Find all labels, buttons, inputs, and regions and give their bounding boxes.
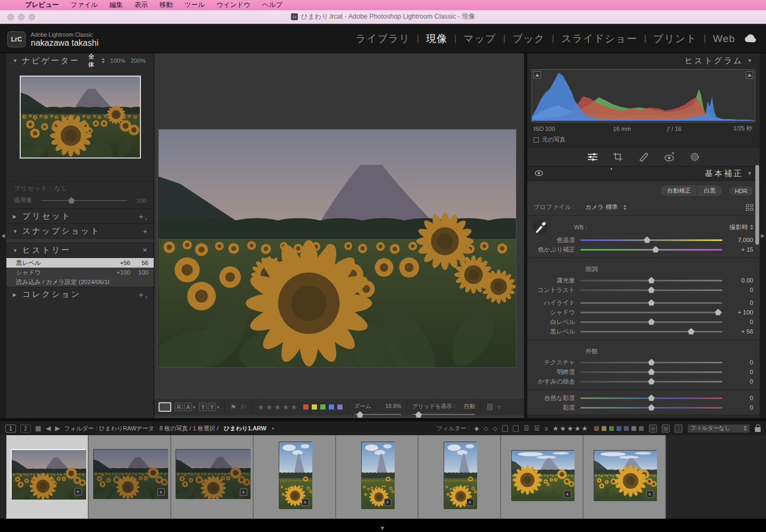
color-filter-5[interactable] (631, 426, 637, 431)
thumb-image[interactable]: ± (594, 450, 656, 501)
wb-eyedropper-icon[interactable] (532, 219, 548, 235)
history-item-2[interactable]: 読み込み / カメラ設定 (2024/06/18 12:51:36) (6, 277, 154, 287)
no-adjustment-filter-icon[interactable]: ☱ (534, 425, 540, 432)
slider-track-かすみの除去[interactable] (580, 378, 722, 385)
left-panel-collapse-rail[interactable]: ◀ (0, 53, 6, 418)
color-label-1[interactable] (311, 404, 318, 410)
navigator-zoom-全体[interactable]: 全体 (88, 53, 94, 69)
slider-track-白レベル[interactable] (580, 319, 722, 326)
flag-filter-unflagged-icon[interactable]: ◇ (484, 425, 488, 432)
shadow-clipping-button[interactable] (534, 71, 541, 79)
menu-item-0[interactable]: プレビュー (19, 1, 65, 10)
section-header-history[interactable]: ▼ヒストリー✕ (6, 243, 154, 257)
highlight-clipping-button[interactable] (746, 71, 753, 79)
close-window-button[interactable] (7, 14, 14, 20)
histogram[interactable] (531, 69, 755, 122)
adjustment-badge-icon[interactable]: ± (74, 488, 82, 495)
wb-stepper-icon[interactable] (750, 225, 753, 230)
slider-track-黒レベル[interactable] (580, 328, 722, 335)
disclosure-triangle-icon[interactable]: ▼ (13, 248, 18, 253)
slider-thumb[interactable] (648, 287, 655, 293)
module-tab-プリント[interactable]: プリント (653, 32, 697, 46)
section-action-icon[interactable]: ✕ (143, 247, 147, 254)
thumb-image[interactable]: ± (93, 449, 168, 498)
crop-tool-icon[interactable] (612, 152, 624, 162)
filmstrip-thumb-3[interactable]: ± (171, 435, 254, 519)
show-panel-chevron-icon[interactable]: ▼ (380, 525, 385, 531)
slider-track-ハイライト[interactable] (580, 300, 722, 306)
slider-thumb[interactable] (648, 404, 655, 411)
disclosure-triangle-icon[interactable]: ▼ (747, 58, 752, 63)
history-item-0[interactable]: 黒レベル+5656 (6, 258, 154, 268)
primary-monitor-button[interactable]: 1 (5, 425, 16, 433)
menu-item-2[interactable]: 編集 (104, 1, 129, 10)
histogram-header[interactable]: ヒストグラム ▼ (527, 53, 760, 68)
thumb-image[interactable]: ± (279, 442, 312, 509)
edit-filter-icon[interactable] (502, 425, 508, 432)
adjustment-badge-icon[interactable]: ± (564, 491, 571, 498)
navigator-zoom-200%[interactable]: 200% (130, 57, 145, 64)
filter-preset-dropdown[interactable]: フィルターなし (687, 424, 750, 433)
basic-adjust-tool-icon[interactable] (587, 152, 598, 162)
zoom-window-button[interactable] (29, 14, 35, 20)
secondary-monitor-button[interactable]: 2 (20, 425, 31, 433)
disclosure-triangle-icon[interactable]: ▼ (747, 171, 752, 176)
slider-track-自然な彩度[interactable] (580, 395, 722, 402)
basic-panel-header[interactable]: 基本補正 ▼ (527, 167, 760, 180)
stepper-icon[interactable] (102, 58, 105, 63)
adjustment-filter-icon[interactable]: ☰ (523, 425, 529, 432)
zoom-slider-thumb[interactable] (357, 411, 363, 418)
slider-thumb[interactable] (653, 246, 659, 253)
module-tab-ブック[interactable]: ブック (512, 32, 545, 46)
auto-tone-button[interactable]: 自動補正 (660, 185, 697, 197)
copy-filter-icon[interactable] (513, 425, 519, 432)
slider-track-シャドウ[interactable] (580, 309, 722, 316)
hdr-button[interactable]: HDR (729, 186, 753, 196)
color-filter-0[interactable] (594, 426, 600, 431)
color-filter-4[interactable] (623, 426, 629, 431)
filmstrip-thumb-4[interactable]: ± (254, 435, 336, 519)
adjustment-badge-icon[interactable]: ± (646, 491, 654, 498)
profile-stepper-icon[interactable] (623, 205, 627, 210)
filter-toggle-2[interactable]: ◲ (662, 425, 670, 433)
right-panel-collapse-rail[interactable]: ▶ (760, 53, 766, 418)
color-label-3[interactable] (328, 404, 335, 410)
section-action-icon[interactable]: + , (139, 212, 147, 221)
slider-thumb[interactable] (648, 359, 655, 365)
adjustment-badge-icon[interactable]: ± (467, 498, 474, 506)
profile-browser-icon[interactable] (746, 204, 753, 211)
slider-thumb[interactable] (648, 319, 655, 325)
toolbar-content-toggle[interactable] (486, 403, 494, 411)
menu-item-7[interactable]: ヘルプ (256, 1, 288, 10)
wb-value[interactable]: 撮影時 (730, 223, 748, 231)
slider-track-テクスチャ[interactable] (580, 359, 722, 366)
filmstrip-thumb-8[interactable]: ± (584, 435, 666, 519)
section-action-icon[interactable]: + (143, 227, 147, 236)
thumb-image[interactable]: ± (361, 442, 394, 509)
slider-thumb[interactable] (648, 369, 655, 375)
color-label-0[interactable] (303, 404, 309, 410)
reference-view-toggle[interactable]: RA▾ (175, 403, 195, 411)
section-action-icon[interactable]: + , (139, 290, 147, 299)
slider-track-彩度[interactable] (580, 404, 722, 411)
menu-item-3[interactable]: 表示 (129, 1, 154, 10)
filmstrip-thumb-1[interactable]: ± (6, 435, 89, 519)
amount-slider-thumb[interactable] (68, 197, 74, 204)
soft-proof-toggle[interactable]: YY▾ (199, 403, 219, 411)
slider-track-露光量[interactable] (580, 277, 722, 284)
bw-button[interactable]: 白黒 (697, 185, 722, 197)
module-tab-スライドショー[interactable]: スライドショー (561, 32, 637, 46)
flag-filter-reject-icon[interactable]: ◇ (493, 425, 497, 432)
panel-switch-eye-icon[interactable] (535, 169, 543, 178)
grid-view-icon[interactable]: ▦ (35, 425, 41, 432)
color-filter-6[interactable] (638, 426, 644, 431)
section-header-presets[interactable]: ▶プリセット+ , (6, 209, 154, 223)
main-photo[interactable] (158, 129, 516, 367)
slider-thumb[interactable] (715, 309, 721, 315)
slider-thumb[interactable] (648, 395, 655, 401)
adjustment-badge-icon[interactable]: ± (240, 488, 247, 496)
grid-slider-thumb[interactable] (415, 411, 422, 418)
section-header-snapshots[interactable]: ▼スナップショット+ (6, 223, 154, 238)
source-caret-icon[interactable]: ▾ (272, 426, 274, 431)
color-filter-1[interactable] (601, 426, 607, 431)
